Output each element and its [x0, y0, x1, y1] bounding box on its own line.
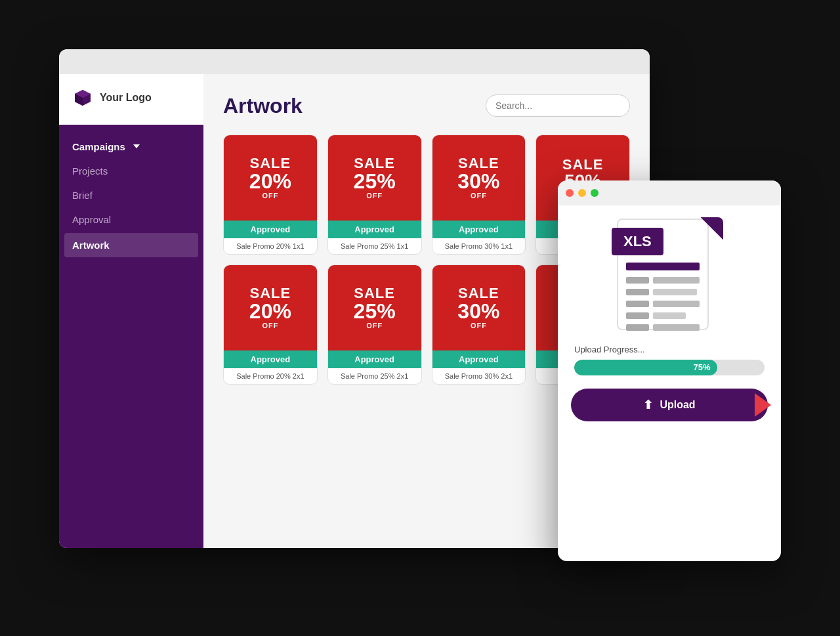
sidebar-item-campaigns[interactable]: Campaigns	[59, 135, 203, 159]
artwork-status-2-2: Approved	[328, 350, 421, 368]
approval-label: Approval	[72, 214, 111, 225]
artwork-image-1-3: SALE 30% OFF	[432, 135, 526, 221]
search-input[interactable]	[486, 95, 630, 117]
progress-bar-fill: 75%	[574, 360, 717, 375]
close-dot	[566, 189, 574, 197]
upload-body: XLS	[558, 205, 781, 561]
xls-label-badge: XLS	[612, 228, 663, 255]
artwork-name-1-1: Sale Promo 20% 1x1	[224, 238, 317, 254]
xls-row-3	[626, 301, 700, 307]
artwork-image-2-3: SALE 30% OFF	[432, 265, 526, 350]
nav-menu: Campaigns Projects Brief Approval Artwor…	[59, 125, 203, 268]
artwork-image-2-1: SALE 20% OFF	[224, 265, 317, 350]
artwork-status-1-2: Approved	[328, 221, 421, 238]
artwork-name-1-2: Sale Promo 25% 1x1	[328, 238, 421, 254]
xls-page: XLS	[617, 219, 709, 330]
campaigns-label: Campaigns	[72, 141, 125, 152]
sidebar-item-artwork[interactable]: Artwork	[64, 233, 198, 257]
xls-row-4	[626, 312, 700, 319]
artwork-image-2-2: SALE 25% OFF	[328, 265, 421, 350]
xls-file-icon-area: XLS	[571, 219, 768, 333]
content-header: Artwork	[223, 94, 630, 118]
artwork-card-1-1[interactable]: SALE 20% OFF Approved Sale Promo 20% 1x1	[223, 135, 318, 255]
upload-arrow-icon	[755, 393, 771, 417]
chevron-down-icon	[133, 144, 140, 148]
logo-area: Your Logo	[59, 74, 203, 125]
upload-window: XLS	[558, 180, 781, 561]
xls-table-preview	[626, 256, 700, 321]
sidebar-item-projects[interactable]: Projects	[59, 159, 203, 183]
xls-row-5	[626, 324, 700, 331]
sidebar-item-brief[interactable]: Brief	[59, 183, 203, 207]
upload-button[interactable]: ⬆ Upload	[571, 389, 768, 421]
upload-progress-section: Upload Progress... 75%	[571, 345, 768, 375]
artwork-image-1-1: SALE 20% OFF	[224, 135, 317, 221]
artwork-label: Artwork	[72, 240, 110, 251]
artwork-card-1-3[interactable]: SALE 30% OFF Approved Sale Promo 30% 1x1	[432, 135, 526, 255]
upload-icon: ⬆	[643, 398, 653, 412]
xls-row-1	[626, 277, 700, 284]
expand-dot	[591, 189, 598, 197]
upload-titlebar	[558, 180, 781, 205]
artwork-card-2-1[interactable]: SALE 20% OFF Approved Sale Promo 20% 2x1	[223, 265, 318, 385]
artwork-name-2-1: Sale Promo 20% 2x1	[224, 368, 317, 384]
projects-label: Projects	[72, 165, 108, 177]
artwork-card-1-2[interactable]: SALE 25% OFF Approved Sale Promo 25% 1x1	[327, 135, 422, 255]
artwork-name-2-3: Sale Promo 30% 2x1	[432, 368, 526, 384]
logo-icon	[72, 87, 93, 108]
upload-progress-label: Upload Progress...	[574, 345, 765, 354]
xls-row-2	[626, 289, 700, 295]
artwork-card-2-2[interactable]: SALE 25% OFF Approved Sale Promo 25% 2x1	[327, 265, 422, 385]
artwork-status-2-3: Approved	[432, 350, 526, 368]
progress-bar-background: 75%	[574, 360, 765, 375]
artwork-status-1-3: Approved	[432, 221, 526, 238]
sidebar: Your Logo Campaigns Projects Brief Appro…	[59, 74, 203, 548]
xls-header-row	[626, 263, 700, 270]
artwork-image-1-2: SALE 25% OFF	[328, 135, 421, 221]
upload-button-label: Upload	[660, 399, 695, 411]
window-titlebar	[59, 49, 650, 74]
artwork-name-2-2: Sale Promo 25% 2x1	[328, 368, 421, 384]
artwork-status-1-1: Approved	[224, 221, 317, 238]
sidebar-item-approval[interactable]: Approval	[59, 207, 203, 232]
logo-text: Your Logo	[100, 92, 152, 104]
artwork-name-1-3: Sale Promo 30% 1x1	[432, 238, 526, 254]
progress-percent-text: 75%	[693, 362, 710, 372]
page-title: Artwork	[223, 94, 303, 118]
artwork-card-2-3[interactable]: SALE 30% OFF Approved Sale Promo 30% 2x1	[432, 265, 526, 385]
minimize-dot	[578, 189, 586, 197]
xls-file-icon: XLS	[617, 219, 722, 333]
brief-label: Brief	[72, 190, 93, 201]
artwork-status-2-1: Approved	[224, 350, 317, 368]
